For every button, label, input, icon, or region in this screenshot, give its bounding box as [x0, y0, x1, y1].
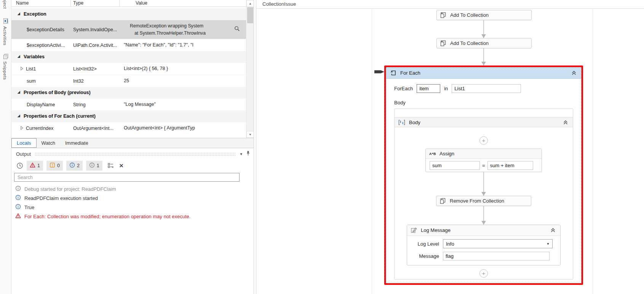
locals-scrollbar[interactable]: ▲ ▼ [246, 0, 254, 138]
activity-add-to-collection-1[interactable]: Add To Collection [436, 10, 532, 20]
variable-name: sum [27, 78, 36, 84]
window-position-chevron-icon[interactable]: ▾ [240, 152, 242, 157]
log-line[interactable]: True [15, 203, 254, 212]
rail-tab-activities[interactable]: Activities [3, 26, 7, 45]
left-dock-rail: Project Activities Snippets [0, 0, 11, 294]
flow-arrow [483, 206, 484, 225]
variable-value: List<int>(2) { 56, 78 } [124, 66, 168, 71]
locals-group-row[interactable]: Exception [11, 8, 246, 20]
output-panel: Output ▾ 1021 ✕ Debug started for projec… [11, 148, 254, 294]
expander-icon[interactable] [17, 54, 21, 59]
group-label: Properties of For Each (current) [24, 113, 96, 119]
log-line[interactable]: For Each: Collection was modified; enume… [15, 212, 254, 221]
log-line[interactable]: ReadPDFClaim execution started [15, 193, 254, 203]
trace-icon [89, 162, 95, 169]
clear-all-icon[interactable]: ✕ [119, 163, 124, 169]
add-to-collection-icon [440, 12, 446, 18]
output-toolbar: 1021 ✕ [11, 160, 254, 172]
message-input[interactable] [443, 252, 550, 260]
locals-variable-row[interactable]: List1List<Int32>List<int>(2) { 56, 78 } [11, 62, 246, 75]
activity-title: Body [409, 120, 420, 125]
flow-arrow [483, 20, 484, 38]
activity-assign[interactable]: A*B Assign = [425, 149, 542, 172]
expander-icon[interactable] [17, 113, 21, 119]
magnifier-icon[interactable] [234, 26, 240, 33]
add-activity-icon[interactable]: + [479, 269, 488, 278]
for-each-icon [390, 70, 396, 76]
variable-value: "Log Message" [124, 102, 156, 107]
error-filter-button[interactable]: 1 [27, 161, 43, 171]
trace-filter-button[interactable]: 1 [86, 161, 102, 171]
locals-group-row[interactable]: Properties of Body (previous) [11, 87, 246, 98]
expander-icon[interactable] [20, 126, 24, 131]
expander-icon[interactable] [17, 90, 21, 95]
timestamps-clock-icon[interactable] [16, 162, 23, 169]
body-label: Body [394, 100, 573, 105]
foreach-item-input[interactable] [417, 84, 440, 93]
tab-watch[interactable]: Watch [37, 138, 60, 148]
output-search-input[interactable] [14, 173, 240, 182]
locals-variable-row[interactable]: DisplayNameString"Log Message" [11, 98, 246, 110]
variable-type: String [70, 102, 119, 107]
locals-group-row[interactable]: Properties of For Each (current) [11, 110, 246, 122]
locals-variable-row[interactable]: sumInt3225 [11, 75, 246, 87]
pin-icon[interactable] [246, 150, 251, 158]
body-sequence-header[interactable]: Body [395, 117, 573, 127]
add-to-collection-icon [440, 40, 446, 46]
log-line[interactable]: Debug started for project: ReadPDFClaim [15, 184, 254, 193]
variable-type: OutArgument<Int... [70, 126, 119, 131]
for-each-header[interactable]: For Each [386, 67, 581, 79]
rail-tab-snippets[interactable]: Snippets [3, 61, 7, 80]
canvas-left-edge [372, 9, 372, 294]
panel-splitter[interactable] [254, 0, 254, 294]
collapse-chevron-icon[interactable] [563, 120, 568, 125]
error-icon [15, 213, 21, 220]
column-header-name[interactable]: Name [11, 0, 70, 6]
collapse-chevron-icon[interactable] [550, 228, 556, 233]
scrollbar-down-icon[interactable]: ▼ [246, 131, 254, 138]
info-icon [15, 195, 21, 201]
info-filter-button[interactable]: 2 [66, 161, 83, 171]
locals-variable-row[interactable]: $exceptionDetailsSystem.InvalidOpe...Rem… [11, 20, 246, 39]
activity-for-each[interactable]: For Each ForEach in Body [384, 66, 583, 285]
workflow-canvas[interactable]: Add To Collection Add To Collection [256, 9, 644, 294]
group-label: Properties of Body (previous) [24, 90, 91, 95]
in-label: in [444, 86, 448, 91]
scrollbar-thumb[interactable] [247, 7, 253, 23]
activity-remove-from-collection[interactable]: Remove From Collection [436, 196, 531, 206]
warning-filter-button[interactable]: 0 [46, 161, 63, 171]
for-each-body-container[interactable]: Body + A*B Assign [394, 109, 573, 280]
output-title-bar[interactable]: Output ▾ [11, 148, 254, 160]
badge-count: 0 [57, 163, 60, 168]
variable-name: $exceptionActivi... [27, 43, 65, 48]
log-level-label: Log Level [407, 241, 439, 247]
rail-tab-project[interactable]: Project [3, 0, 7, 9]
tab-locals[interactable]: Locals [11, 138, 37, 148]
locals-variable-row[interactable]: CurrentIndexOutArgument<Int...OutArgumen… [11, 122, 246, 134]
activity-add-to-collection-2[interactable]: Add To Collection [436, 38, 532, 48]
current-activity-marker-icon[interactable] [374, 69, 385, 76]
foreach-collection-input[interactable] [452, 84, 521, 93]
column-header-type[interactable]: Type [70, 0, 119, 6]
add-activity-icon[interactable]: + [479, 136, 488, 145]
log-options-icon[interactable] [107, 162, 114, 169]
activity-log-message[interactable]: Log Message Log Level Inf [407, 225, 561, 265]
workflow-title: CollectionIssue [262, 0, 296, 8]
expander-icon[interactable] [17, 11, 21, 17]
activity-title: Add To Collection [450, 12, 489, 18]
locals-group-row[interactable]: Variables [11, 51, 246, 62]
expander-icon[interactable] [20, 66, 24, 72]
locals-variable-row[interactable]: $exceptionActivi...UiPath.Core.Activit..… [11, 39, 246, 51]
column-header-value[interactable]: Value [119, 0, 246, 6]
log-level-value: Info [446, 241, 454, 247]
warning-icon [50, 162, 55, 169]
output-title: Output [16, 151, 31, 157]
tab-immediate[interactable]: Immediate [60, 138, 93, 148]
scrollbar-up-icon[interactable]: ▲ [246, 0, 254, 7]
panel-drag-grip[interactable] [35, 152, 236, 156]
assign-to-input[interactable] [430, 161, 480, 170]
collapse-chevron-icon[interactable] [571, 70, 577, 75]
log-level-select[interactable]: Info ▼ [443, 239, 553, 248]
assign-value-input[interactable] [487, 161, 533, 170]
locals-table-header: Name Type Value [11, 0, 246, 7]
